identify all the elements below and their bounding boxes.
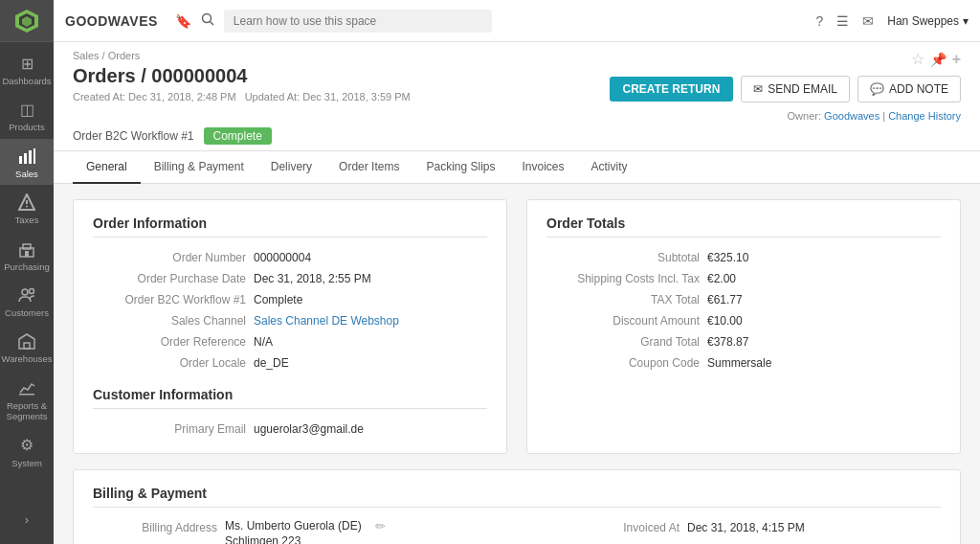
order-info-totals-row: Order Information Order Number 000000004… (73, 199, 961, 454)
tax-label: TAX Total (546, 291, 700, 308)
sidebar-item-label: Customers (5, 307, 49, 318)
tax-value: €61.77 (707, 291, 941, 308)
customers-icon (17, 285, 36, 305)
page-header: Sales / Orders Orders / 000000004 (54, 42, 980, 151)
svg-marker-15 (19, 334, 34, 349)
owner-row: Owner: Goodwaves | Change History (788, 110, 961, 122)
create-return-button[interactable]: CREATE RETURN (610, 77, 734, 102)
star-icon[interactable]: ☆ (911, 50, 924, 68)
billing-address-block: Billing Address Ms. Umberto Guerola (DE)… (93, 519, 507, 544)
invoice-reference-label: Invoice Reference (526, 540, 679, 544)
comment-icon: 💬 (870, 82, 884, 96)
tab-general[interactable]: General (73, 151, 141, 184)
svg-point-18 (202, 14, 211, 23)
search-input[interactable] (224, 10, 492, 33)
customer-info-title: Customer Information (93, 387, 487, 409)
page-meta: Created At: Dec 31, 2018, 2:48 PM Update… (73, 91, 416, 102)
products-icon: ◫ (17, 100, 36, 119)
help-icon[interactable]: ? (815, 13, 823, 29)
sidebar-item-label: Taxes (15, 215, 39, 225)
sidebar-item-customers[interactable]: Customers (0, 278, 54, 324)
svg-rect-11 (23, 244, 31, 249)
sidebar-item-label: Reports & Segments (4, 400, 50, 422)
search-bar[interactable] (224, 10, 492, 33)
sidebar-expand-button[interactable]: › (15, 503, 38, 536)
order-totals-title: Order Totals (546, 215, 941, 238)
discount-label: Discount Amount (546, 312, 700, 329)
shipping-label: Shipping Costs Incl. Tax (546, 270, 700, 287)
change-history-link[interactable]: Change History (888, 110, 961, 122)
tab-delivery[interactable]: Delivery (257, 151, 325, 184)
user-chevron-icon: ▾ (963, 14, 969, 28)
sales-channel-value[interactable]: Sales Channel DE Webshop (254, 312, 487, 329)
sidebar-item-dashboards[interactable]: ⊞ Dashboards (0, 46, 54, 92)
search-icon[interactable] (201, 12, 214, 29)
page-content: Sales / Orders Orders / 000000004 (54, 42, 980, 544)
breadcrumb-orders[interactable]: Orders (108, 50, 141, 61)
sidebar-item-reports[interactable]: Reports & Segments (0, 371, 54, 428)
order-b2c-value: Complete (254, 291, 487, 308)
invoiced-at-label: Invoiced At (526, 519, 679, 536)
billing-left: Billing Address Ms. Umberto Guerola (DE)… (93, 519, 507, 544)
sidebar-bottom: › (15, 495, 38, 544)
add-note-button[interactable]: 💬 ADD NOTE (858, 76, 961, 102)
sidebar-item-warehouses[interactable]: Warehouses (0, 324, 54, 370)
subtotal-label: Subtotal (546, 249, 700, 266)
tab-order-items[interactable]: Order Items (325, 151, 412, 184)
sidebar-item-sales[interactable]: Sales (0, 139, 54, 185)
billing-address-value: Ms. Umberto Guerola (DE) Schlimgen 223 2… (225, 519, 362, 544)
created-at: Created At: Dec 31, 2018, 2:48 PM (73, 91, 236, 102)
tab-packing-slips[interactable]: Packing Slips (412, 151, 508, 184)
invoice-reference-value: N/A (687, 540, 941, 544)
user-menu[interactable]: Han Sweppes ▾ (887, 14, 969, 28)
sidebar-item-label: Purchasing (4, 261, 50, 272)
logo (0, 0, 54, 42)
sidebar-item-label: Sales (15, 169, 38, 179)
order-totals-section: Order Totals Subtotal €325.10 Shipping C… (526, 199, 961, 454)
svg-rect-3 (19, 156, 22, 164)
order-purchase-date-label: Order Purchase Date (93, 270, 246, 287)
owner-link[interactable]: Goodwaves (824, 110, 880, 122)
order-reference-label: Order Reference (93, 333, 246, 351)
brand-name: GOODWAVES (65, 13, 158, 29)
svg-rect-17 (19, 394, 34, 396)
warehouses-icon (17, 331, 36, 351)
tab-invoices[interactable]: Invoices (509, 151, 578, 184)
bookmark-icon[interactable]: 🔖 (175, 13, 191, 29)
plus-icon[interactable]: + (952, 51, 961, 68)
primary-email-value: uguerolar3@gmail.de (254, 420, 487, 438)
order-number-value: 000000004 (254, 249, 487, 266)
order-id: 000000004 (151, 65, 247, 86)
sidebar-item-products[interactable]: ◫ Products (0, 92, 54, 138)
sidebar-item-purchasing[interactable]: Purchasing (0, 232, 54, 278)
tab-activity[interactable]: Activity (578, 151, 641, 184)
billing-right: Invoiced At Dec 31, 2018, 4:15 PM Invoic… (526, 519, 941, 544)
billing-address-right: Ms. Umberto Guerola (DE) Schlimgen 223 2… (225, 519, 507, 544)
customer-information-section: Customer Information Primary Email uguer… (93, 387, 487, 438)
main-content: GOODWAVES 🔖 ? ☰ ✉ Han Sweppes ▾ Sales (54, 0, 980, 544)
send-email-button[interactable]: ✉ SEND EMAIL (741, 76, 850, 102)
tab-billing[interactable]: Billing & Payment (141, 151, 257, 184)
breadcrumb-sales[interactable]: Sales (73, 50, 100, 61)
order-purchase-date-value: Dec 31, 2018, 2:55 PM (254, 270, 487, 287)
purchasing-icon (17, 239, 36, 259)
order-locale-value: de_DE (254, 354, 487, 372)
sidebar-item-taxes[interactable]: Taxes (0, 185, 54, 231)
sales-channel-label: Sales Channel (93, 312, 246, 329)
page-title: Orders / 000000004 (73, 65, 247, 87)
mail-icon[interactable]: ✉ (862, 13, 874, 29)
svg-point-14 (30, 288, 34, 293)
invoiced-at-value: Dec 31, 2018, 4:15 PM (687, 519, 941, 536)
customer-info-grid: Primary Email uguerolar3@gmail.de (93, 420, 487, 438)
pin-icon[interactable]: 📌 (930, 52, 947, 67)
sidebar-item-label: Products (9, 122, 45, 132)
menu-icon[interactable]: ☰ (836, 13, 849, 29)
tabs-bar: General Billing & Payment Delivery Order… (54, 151, 980, 184)
sidebar-item-system[interactable]: ⚙ System (0, 428, 54, 474)
svg-line-19 (210, 22, 213, 26)
billing-right-grid: Invoiced At Dec 31, 2018, 4:15 PM Invoic… (526, 519, 941, 544)
email-icon: ✉ (753, 82, 763, 96)
billing-inner: Billing Address Ms. Umberto Guerola (DE)… (93, 519, 941, 544)
edit-address-icon[interactable]: ✏ (375, 519, 386, 533)
sidebar-nav: ⊞ Dashboards ◫ Products Sales Taxes Purc… (0, 42, 54, 495)
